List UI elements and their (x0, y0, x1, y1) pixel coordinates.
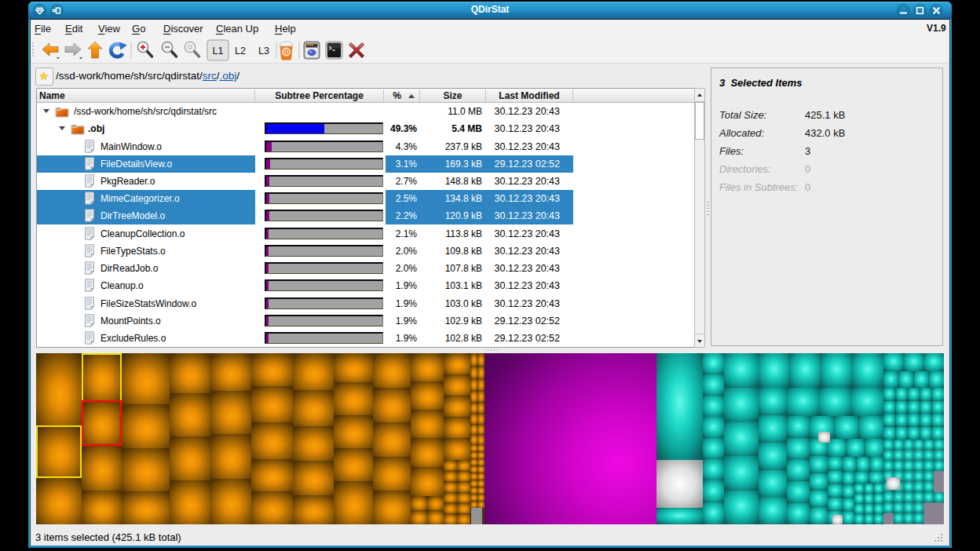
svg-text:L2: L2 (235, 46, 246, 57)
svg-text:L3: L3 (258, 46, 269, 57)
svg-text:L1: L1 (213, 46, 224, 57)
